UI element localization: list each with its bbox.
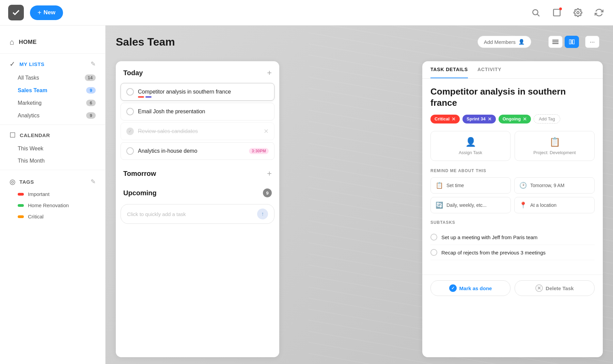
refresh-icon[interactable] [593,7,605,18]
mark-done-icon: ✓ [449,284,457,292]
svg-rect-7 [569,39,571,44]
sidebar-item-sales-team[interactable]: Sales Team 9 [0,84,105,97]
marketing-badge: 6 [86,100,96,106]
svg-rect-2 [553,9,560,16]
assign-task-card[interactable]: 👤 Assign Task [430,131,510,161]
important-dot [18,193,24,196]
critical-pill-remove[interactable]: ✕ [452,116,456,122]
sprint-pill-label: Sprint 34 [467,116,486,121]
remind-grid: 📋 Set time 🕑 Tomorrow, 9 AM 🔄 Daily, wee… [430,177,595,213]
tab-activity[interactable]: ACTIVITY [477,61,502,78]
task-checkbox-3[interactable] [126,128,134,135]
more-options-button[interactable]: ··· [585,36,599,48]
sidebar-divider-1 [0,53,105,54]
tag-home-renovation[interactable]: Home Renovation [0,200,105,211]
tag-critical-pill[interactable]: Critical ✕ [430,115,460,123]
new-button-label: New [44,9,56,16]
task-checkbox-2[interactable] [126,108,134,115]
all-tasks-label: All Tasks [18,75,85,81]
svg-point-3 [577,12,579,14]
sidebar-item-all-tasks[interactable]: All Tasks 14 [0,71,105,84]
task-checkbox-4[interactable] [126,147,134,155]
task-email-josh[interactable]: Email Josh the presentation [121,103,274,120]
home-renovation-dot [18,204,24,207]
set-time-icon: 📋 [436,182,443,189]
all-tasks-badge: 14 [85,75,96,81]
subtasks-section: SUBTASKS Set up a meeting with Jeff from… [430,220,595,260]
task-competitor-analysis[interactable]: Competitor analysis in southern france [121,83,274,101]
task-text-1: Competitor analysis in southern france [138,89,269,95]
tomorrow-section-header: Tomorrow + [116,162,279,182]
remind-tomorrow-9am[interactable]: 🕑 Tomorrow, 9 AM [514,177,595,194]
add-tag-button[interactable]: Add Tag [534,114,560,123]
detail-panel: TASK DETAILS ACTIVITY Competitor analysi… [422,61,603,357]
subtasks-title: SUBTASKS [430,220,595,225]
app-logo[interactable] [8,5,24,20]
today-title: Today [123,69,143,77]
main-area: Sales Team Add Members 👤 ··· Today + [106,26,613,364]
view-buttons [548,36,579,48]
project-card[interactable]: 📋 Project: Development [515,131,595,161]
tab-task-details[interactable]: TASK DETAILS [430,61,468,78]
remind-location[interactable]: 📍 At a location [514,197,595,213]
tag-sprint-pill[interactable]: Sprint 34 ✕ [462,115,496,123]
project-icon: 📋 [549,137,560,147]
my-lists-label: MY LISTS [19,61,91,67]
sidebar-item-this-month[interactable]: This Month [0,155,105,167]
ongoing-pill-remove[interactable]: ✕ [523,116,527,122]
sidebar-home[interactable]: ⌂ HOME [0,34,105,51]
task-review-sales[interactable]: Review sales candidates ✕ [121,122,274,140]
my-lists-icon: ✓ [10,60,15,68]
task-text-3: Review sales candidates [138,128,260,134]
subtask-2[interactable]: Recap of rejects from the previous 3 mee… [430,245,595,260]
task-text-4: Analytics in-house demo [138,148,245,154]
mark-done-button[interactable]: ✓ Mark as done [430,280,510,296]
task-checkbox-1[interactable] [126,88,134,96]
indicator-blue [145,96,152,98]
remind-set-time[interactable]: 📋 Set time [430,177,511,194]
tag-ongoing-pill[interactable]: Ongoing ✕ [499,115,531,123]
tags-edit-icon[interactable]: ✎ [91,178,96,185]
sprint-pill-remove[interactable]: ✕ [488,116,492,122]
sales-team-label: Sales Team [18,87,86,94]
subtask-checkbox-1[interactable] [430,234,437,241]
calendar-icon: ☐ [10,131,16,139]
sidebar-item-analytics[interactable]: Analytics 9 [0,109,105,122]
task-remove-button[interactable]: ✕ [264,128,269,135]
list-view-button[interactable] [548,36,563,48]
inbox-icon[interactable] [551,7,563,18]
settings-icon[interactable] [572,7,584,18]
task-analytics-demo[interactable]: Analytics in-house demo 3:30PM [121,142,274,160]
task-time-badge: 3:30PM [249,148,269,154]
subtask-1[interactable]: Set up a meeting with Jeff from Paris te… [430,230,595,245]
recurring-icon: 🔄 [436,201,443,209]
tag-important[interactable]: Important [0,188,105,200]
new-button[interactable]: + New [30,5,63,20]
my-lists-edit-icon[interactable]: ✎ [91,60,96,68]
today-add-button[interactable]: + [267,68,272,78]
today-section-header: Today + [116,61,279,81]
quick-add-field[interactable]: Click to quickly add a task ↑ [121,204,274,224]
marketing-label: Marketing [18,100,86,106]
remind-recurring[interactable]: 🔄 Daily, weekly, etc... [430,197,511,213]
remind-section: REMIND ME ABOUT THIS 📋 Set time 🕑 Tomorr… [430,168,595,213]
this-week-label: This Week [18,146,96,152]
subtask-text-2: Recap of rejects from the previous 3 mee… [441,250,546,255]
project-label: Project: Development [533,150,576,155]
sidebar-item-this-week[interactable]: This Week [0,143,105,155]
critical-label: Critical [28,214,44,219]
analytics-badge: 9 [86,112,96,119]
tags-label: TAGS [19,179,91,185]
tomorrow-add-button[interactable]: + [267,169,272,178]
tag-critical[interactable]: Critical [0,211,105,222]
delete-task-button[interactable]: ✕ Delete Task [515,280,595,296]
upcoming-title: Upcoming [123,189,157,197]
subtask-checkbox-2[interactable] [430,249,437,256]
notification-dot [559,7,562,10]
svg-rect-8 [572,39,575,44]
search-icon[interactable] [530,7,541,18]
add-members-button[interactable]: Add Members 👤 [477,36,531,48]
sidebar-item-marketing[interactable]: Marketing 6 [0,97,105,109]
grid-view-button[interactable] [565,36,579,48]
quick-add-send-button[interactable]: ↑ [257,209,268,219]
